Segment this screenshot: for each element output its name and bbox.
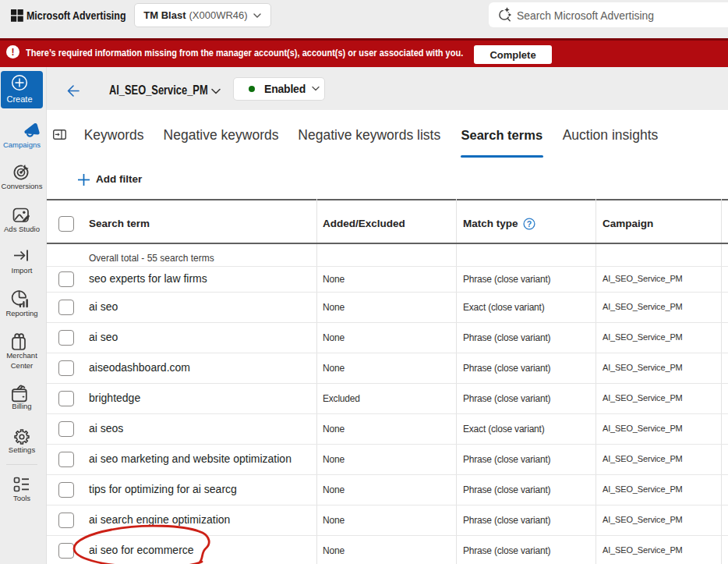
svg-text:?: ? [527,219,532,229]
